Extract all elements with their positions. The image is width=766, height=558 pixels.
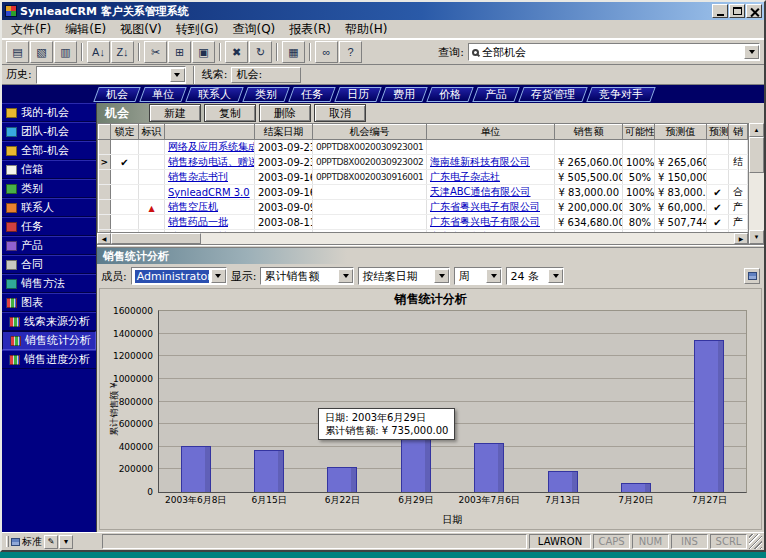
menu-item-2[interactable]: 视图(V) xyxy=(113,19,169,40)
column-header[interactable]: 预测 xyxy=(707,125,729,140)
table-row[interactable]: >✔销售移动电话、赠送2003-09-230PPTD8X002003092300… xyxy=(99,155,748,170)
sidebar-item-12[interactable]: 销售统计分析 xyxy=(2,331,96,350)
column-header[interactable] xyxy=(165,125,255,140)
copy-button[interactable]: ⊞ xyxy=(168,41,191,63)
chart-options-button[interactable] xyxy=(744,268,760,284)
menu-item-5[interactable]: 报表(R) xyxy=(282,19,338,40)
nav-tab-2[interactable]: 联系人 xyxy=(185,87,243,102)
nav-tab-5[interactable]: 日历 xyxy=(334,87,381,102)
table-row[interactable]: 网络及应用系统集成2003-09-230PPTD8X0020030923001 xyxy=(99,140,748,155)
query-dropdown-arrow[interactable] xyxy=(744,45,759,59)
chart-bar[interactable] xyxy=(548,471,578,492)
column-header[interactable]: 销 xyxy=(729,125,748,140)
unit-link[interactable]: 广东电子杂志社 xyxy=(430,171,500,182)
nav-tab-0[interactable]: 机会 xyxy=(93,87,140,102)
find-button[interactable]: ∞ xyxy=(315,41,338,63)
nav-tab-6[interactable]: 费用 xyxy=(380,87,427,102)
chart-bar[interactable] xyxy=(181,446,211,492)
open-button[interactable]: ▧ xyxy=(30,41,53,63)
history-combo[interactable] xyxy=(36,66,186,84)
nav-tab-8[interactable]: 产品 xyxy=(472,87,519,102)
display-dropdown-arrow[interactable] xyxy=(338,269,353,283)
opportunity-action-1[interactable]: 复制 xyxy=(204,104,256,122)
period-dropdown-arrow[interactable] xyxy=(486,269,501,283)
column-header[interactable]: 结案日期 xyxy=(255,125,313,140)
table-row[interactable]: 销售药品一批2003-08-11广东省粤兴电子有限公司¥ 634,680.008… xyxy=(99,215,748,230)
count-dropdown-arrow[interactable] xyxy=(548,269,563,283)
group-by-combo[interactable]: 按结案日期 xyxy=(358,267,450,285)
nav-tab-1[interactable]: 单位 xyxy=(139,87,186,102)
title-link[interactable]: 销售移动电话、赠送 xyxy=(168,156,255,167)
title-bar[interactable]: SynleadCRM 客户关系管理系统 xyxy=(2,2,764,20)
table-vertical-scrollbar[interactable]: ▲ ▼ xyxy=(748,123,764,244)
column-header[interactable]: 标识 xyxy=(139,125,165,140)
sidebar-item-8[interactable]: 合同 xyxy=(2,255,96,274)
column-header[interactable]: 机会编号 xyxy=(313,125,427,140)
table-row[interactable]: 销售杂志书刊2003-09-160PPTD8X0020030916001广东电子… xyxy=(99,170,748,185)
delete-button[interactable]: ✖ xyxy=(225,41,248,63)
chart-bar[interactable] xyxy=(327,467,357,492)
edit-layout-button[interactable]: ✎ xyxy=(44,535,58,549)
column-header[interactable] xyxy=(99,125,111,140)
opportunity-action-0[interactable]: 新建 xyxy=(149,104,201,122)
member-combo[interactable]: Administrator xyxy=(131,267,227,285)
sort-descending-button[interactable]: Z↓ xyxy=(111,41,134,63)
sidebar-item-11[interactable]: 线索来源分析 xyxy=(2,312,96,331)
sidebar-item-10[interactable]: 图表 xyxy=(2,293,96,312)
menu-item-1[interactable]: 编辑(E) xyxy=(58,19,113,40)
scroll-up-button[interactable]: ▲ xyxy=(749,123,764,137)
sort-ascending-button[interactable]: A↓ xyxy=(87,41,110,63)
opportunity-action-2[interactable]: 删除 xyxy=(259,104,311,122)
menu-item-3[interactable]: 转到(G) xyxy=(169,19,226,40)
scroll-left-button[interactable]: ◀ xyxy=(97,233,111,244)
chart-bar[interactable] xyxy=(474,443,504,492)
sidebar-item-3[interactable]: 信箱 xyxy=(2,160,96,179)
grip-icon[interactable] xyxy=(6,536,9,547)
print-button[interactable]: ▦ xyxy=(282,41,305,63)
resize-grip[interactable] xyxy=(749,534,762,549)
title-link[interactable]: 销售杂志书刊 xyxy=(168,171,228,182)
new-button[interactable]: ▤ xyxy=(6,41,29,63)
nav-tab-4[interactable]: 任务 xyxy=(288,87,335,102)
title-link[interactable]: 销售空压机 xyxy=(168,201,218,212)
chart-bar[interactable] xyxy=(254,450,284,492)
unit-link[interactable]: 广东省粤兴电子有限公司 xyxy=(430,216,540,227)
period-combo[interactable]: 周 xyxy=(454,267,502,285)
display-combo[interactable]: 累计销售额 xyxy=(260,267,354,285)
unit-link[interactable]: 天津ABC通信有限公司 xyxy=(430,186,531,197)
menu-item-0[interactable]: 文件(F) xyxy=(4,19,58,40)
sidebar-item-5[interactable]: 联系人 xyxy=(2,198,96,217)
vscroll-thumb[interactable] xyxy=(749,137,764,173)
paste-button[interactable]: ▣ xyxy=(192,41,215,63)
chart-bar[interactable] xyxy=(694,340,724,492)
sidebar-item-9[interactable]: 销售方法 xyxy=(2,274,96,293)
sidebar-item-2[interactable]: 全部-机会 xyxy=(2,141,96,160)
column-header[interactable]: 销售额 xyxy=(555,125,623,140)
opportunity-context-box[interactable]: 机会: xyxy=(231,67,301,83)
title-link[interactable]: 网络及应用系统集成 xyxy=(168,141,255,152)
sidebar-item-13[interactable]: 销售进度分析 xyxy=(2,350,96,369)
refresh-button[interactable]: ↻ xyxy=(249,41,272,63)
column-header[interactable]: 锁定 xyxy=(111,125,139,140)
member-dropdown-arrow[interactable] xyxy=(211,269,226,283)
column-header[interactable]: 可能性 xyxy=(623,125,655,140)
history-dropdown-arrow[interactable] xyxy=(170,68,185,82)
column-header[interactable]: 预测值 xyxy=(655,125,707,140)
scroll-down-button[interactable]: ▼ xyxy=(749,230,764,244)
minimize-button[interactable] xyxy=(712,4,728,18)
sidebar-item-1[interactable]: 团队-机会 xyxy=(2,122,96,141)
scroll-right-button[interactable]: ▶ xyxy=(734,233,748,244)
title-link[interactable]: SynleadCRM 3.0 xyxy=(168,187,250,198)
nav-tab-9[interactable]: 存货管理 xyxy=(518,87,587,102)
unit-link[interactable]: 广东省粤兴电子有限公司 xyxy=(430,201,540,212)
save-button[interactable]: ▥ xyxy=(54,41,77,63)
title-link[interactable]: 销售药品一批 xyxy=(168,216,228,227)
sidebar-item-7[interactable]: 产品 xyxy=(2,236,96,255)
unit-link[interactable]: 海南雄新科技有限公司 xyxy=(430,156,530,167)
maximize-button[interactable] xyxy=(729,4,745,18)
sidebar-item-0[interactable]: 我的-机会 xyxy=(2,103,96,122)
table-horizontal-scrollbar[interactable]: ◀ ▶ xyxy=(97,232,748,244)
close-button[interactable] xyxy=(746,4,762,18)
menu-item-4[interactable]: 查询(Q) xyxy=(225,19,282,40)
sidebar-item-4[interactable]: 类别 xyxy=(2,179,96,198)
